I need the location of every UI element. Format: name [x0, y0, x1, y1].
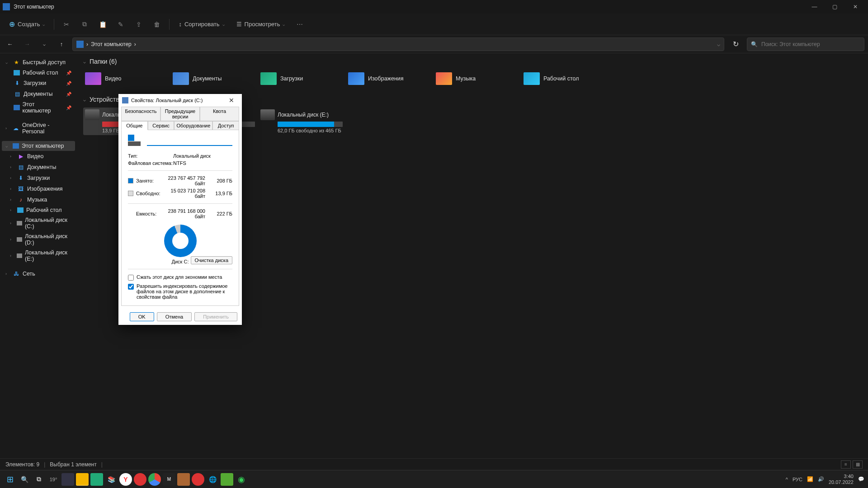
tab-previous-versions[interactable]: Предыдущие версии	[160, 107, 200, 121]
forward-button[interactable]: →	[21, 38, 33, 51]
sidebar-downloads2[interactable]: ›⬇Загрузки	[2, 173, 75, 183]
tray-language[interactable]: РУС	[793, 477, 802, 482]
app-icon[interactable]	[192, 473, 204, 486]
folders-group-header[interactable]: ⌵Папки (6)	[83, 58, 862, 65]
desktop-icon	[14, 70, 20, 75]
folder-documents[interactable]: Документы	[171, 70, 257, 88]
sidebar-this-pc[interactable]: ⌵Этот компьютер	[2, 141, 75, 151]
address-bar[interactable]: › Этот компьютер › ⌵	[72, 38, 724, 51]
address-dropdown[interactable]: ⌵	[717, 41, 720, 47]
tab-security[interactable]: Безопасность	[121, 107, 160, 121]
app-icon[interactable]: 📚	[105, 473, 118, 486]
clock[interactable]: 3:40 20.07.2022	[829, 474, 854, 484]
folder-label: Музыка	[456, 75, 476, 82]
app-icon[interactable]	[177, 473, 190, 486]
sidebar-documents2[interactable]: ›▤Документы	[2, 162, 75, 173]
folder-downloads[interactable]: Загрузки	[259, 70, 344, 88]
folder-music[interactable]: Музыка	[434, 70, 520, 88]
sidebar-downloads[interactable]: ⬇Загрузки📌	[2, 78, 75, 89]
dialog-titlebar[interactable]: Свойства: Локальный диск (C:) ✕	[118, 94, 242, 107]
sidebar-desktop2[interactable]: ›Рабочий стол	[2, 205, 75, 215]
wifi-icon[interactable]: 📶	[807, 476, 813, 482]
tab-general[interactable]: Общие	[121, 121, 148, 130]
explorer-taskbar-icon[interactable]	[76, 473, 89, 486]
folder-video[interactable]: Видео	[83, 70, 169, 88]
store-icon[interactable]	[90, 473, 103, 486]
new-button[interactable]: ⊕ Создать ⌵	[5, 17, 49, 31]
start-button[interactable]: ⊞	[4, 473, 16, 486]
sidebar-drive-c[interactable]: ›Локальный диск (C:)	[2, 215, 75, 231]
disk-cleanup-button[interactable]: Очистка диска	[191, 256, 232, 264]
dialog-close-button[interactable]: ✕	[225, 97, 238, 104]
app-icon[interactable]: 🌐	[206, 473, 219, 486]
close-button[interactable]: ✕	[845, 0, 865, 14]
desktop-icon	[17, 207, 24, 213]
task-view-icon[interactable]: ⧉	[33, 473, 45, 486]
app-icon[interactable]	[61, 473, 74, 486]
rename-icon[interactable]: ✎	[113, 17, 128, 32]
paste-icon[interactable]: 📋	[95, 17, 110, 32]
minimize-button[interactable]: —	[804, 0, 825, 14]
maximize-button[interactable]: ▢	[825, 0, 845, 14]
tab-hardware[interactable]: Оборудование	[174, 121, 212, 130]
sidebar-item-label: Документы	[27, 164, 56, 170]
fs-value: NTFS	[173, 160, 186, 166]
folder-desktop[interactable]: Рабочий стол	[522, 70, 608, 88]
ok-button[interactable]: OK	[130, 312, 154, 321]
sidebar-images[interactable]: ›🖼Изображения	[2, 183, 75, 194]
view-icons-button[interactable]: ▦	[853, 460, 863, 469]
sidebar-music[interactable]: ›♪Музыка	[2, 194, 75, 205]
app-icon[interactable]: M	[163, 473, 175, 486]
sidebar-drive-d[interactable]: ›Локальный диск (D:)	[2, 231, 75, 248]
fs-label: Файловая система:	[128, 160, 173, 166]
compress-checkbox[interactable]	[128, 275, 134, 281]
tab-tools[interactable]: Сервис	[148, 121, 175, 130]
more-icon[interactable]: ⋯	[292, 17, 307, 32]
sidebar-network[interactable]: ›🖧Сеть	[2, 268, 75, 279]
sidebar-quick-access[interactable]: ⌵★Быстрый доступ	[2, 57, 75, 68]
drive-name-input[interactable]	[147, 137, 232, 146]
sidebar-desktop[interactable]: Рабочий стол📌	[2, 68, 75, 78]
refresh-button[interactable]: ↻	[729, 38, 742, 51]
tab-quota[interactable]: Квота	[200, 107, 239, 121]
sidebar-onedrive[interactable]: ›☁OneDrive - Personal	[2, 120, 75, 136]
sidebar-documents[interactable]: ▤Документы📌	[2, 89, 75, 99]
used-bytes: 223 767 457 792 байт	[166, 175, 210, 186]
volume-icon[interactable]: 🔊	[818, 476, 824, 482]
recent-button[interactable]: ⌵	[38, 38, 51, 51]
sidebar-drive-e[interactable]: ›Локальный диск (E:)	[2, 248, 75, 264]
up-button[interactable]: ↑	[55, 38, 68, 51]
yandex-icon[interactable]: Y	[119, 473, 132, 486]
back-button[interactable]: ←	[4, 38, 16, 51]
network-icon: 🖧	[13, 270, 20, 277]
app-icon[interactable]: ◉	[235, 473, 248, 486]
view-button[interactable]: ☰ Просмотреть ⌵	[232, 18, 290, 30]
weather-widget[interactable]: 19°	[47, 473, 60, 486]
cut-icon[interactable]: ✂	[59, 17, 74, 32]
view-details-button[interactable]: ≡	[841, 460, 851, 469]
sort-button[interactable]: ↕ Сортировать ⌵	[174, 18, 229, 30]
drive-e[interactable]: Локальный диск (E:) 62,0 ГБ свободно из …	[259, 108, 344, 135]
notifications-icon[interactable]: 💬	[858, 476, 864, 482]
delete-icon[interactable]: 🗑	[149, 17, 165, 32]
sidebar-video[interactable]: ›▶Видео	[2, 151, 75, 162]
folder-images[interactable]: Изображения	[346, 70, 432, 88]
breadcrumb[interactable]: Этот компьютер	[91, 41, 132, 47]
copy-icon[interactable]: ⧉	[77, 17, 92, 32]
search-input[interactable]: 🔍 Поиск: Этот компьютер	[747, 38, 864, 51]
download-icon: ⬇	[17, 174, 24, 182]
sidebar-this-pc-pinned[interactable]: Этот компьютер📌	[2, 99, 75, 116]
share-icon[interactable]: ⇪	[131, 17, 146, 32]
window-title: Этот компьютер	[14, 4, 54, 10]
search-taskbar-icon[interactable]: 🔍	[18, 473, 31, 486]
chrome-icon[interactable]	[148, 473, 161, 486]
apply-button[interactable]: Применить	[194, 312, 237, 321]
cancel-button[interactable]: Отмена	[157, 312, 192, 321]
index-checkbox[interactable]	[128, 284, 134, 290]
window-titlebar: Этот компьютер — ▢ ✕	[0, 0, 868, 14]
tray-expand-icon[interactable]: ^	[786, 477, 788, 482]
opera-icon[interactable]	[134, 473, 146, 486]
app-icon[interactable]	[221, 473, 233, 486]
tab-sharing[interactable]: Доступ	[212, 121, 239, 130]
cloud-icon: ☁	[13, 125, 19, 132]
